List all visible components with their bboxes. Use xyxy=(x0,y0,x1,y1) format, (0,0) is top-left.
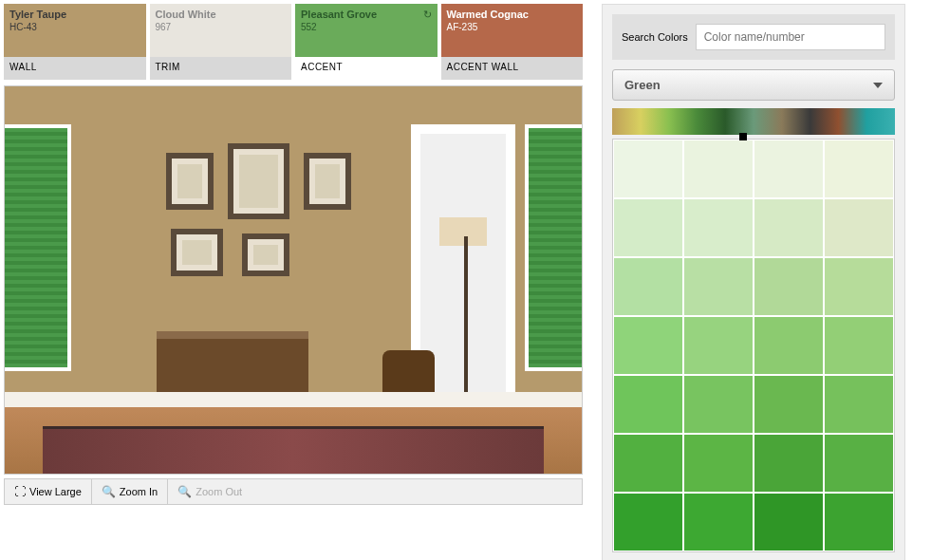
swatch-label: TRIM xyxy=(150,57,292,80)
swatch-label: ACCENT xyxy=(295,57,438,80)
palette-cell[interactable] xyxy=(683,198,754,257)
room-preview xyxy=(4,85,583,475)
zoom-in-button[interactable]: 🔍 Zoom In xyxy=(92,479,168,504)
swatch-name: Warmed Cognac xyxy=(447,8,578,21)
search-row: Search Colors xyxy=(612,14,895,60)
palette-cell[interactable] xyxy=(824,434,894,493)
picture-frame xyxy=(304,153,351,210)
palette-cell[interactable] xyxy=(824,257,894,316)
palette-cell[interactable] xyxy=(824,375,894,434)
palette-cell[interactable] xyxy=(683,316,754,375)
palette-cell[interactable] xyxy=(613,316,683,375)
palette-cell[interactable] xyxy=(824,198,894,257)
palette-cell[interactable] xyxy=(613,198,683,257)
image-controls: ⛶ View Large 🔍 Zoom In 🔍 Zoom Out xyxy=(4,478,583,505)
dropdown-selected: Green xyxy=(624,78,661,92)
swatch-color: Cloud White 967 xyxy=(150,4,292,57)
view-large-label: View Large xyxy=(29,486,82,497)
palette-cell[interactable] xyxy=(683,140,754,198)
palette-cell[interactable] xyxy=(754,375,824,434)
swatch-row: Tyler Taupe HC-43 WALL Cloud White 967 T… xyxy=(4,4,583,82)
swatch-code: AF-235 xyxy=(447,21,578,33)
view-large-button[interactable]: ⛶ View Large xyxy=(5,479,92,504)
left-panel: Tyler Taupe HC-43 WALL Cloud White 967 T… xyxy=(4,4,583,560)
swatch-accent[interactable]: Pleasant Grove 552 ↻ ACCENT xyxy=(295,4,438,82)
swatch-label: ACCENT WALL xyxy=(441,57,584,80)
baseboard xyxy=(5,392,582,407)
swatch-name: Cloud White xyxy=(156,8,287,21)
swatch-wall[interactable]: Tyler Taupe HC-43 WALL xyxy=(4,4,146,82)
swatch-color: Warmed Cognac AF-235 xyxy=(441,4,584,57)
palette-cell[interactable] xyxy=(683,375,754,434)
swatch-name: Pleasant Grove xyxy=(301,8,432,21)
color-family-dropdown[interactable]: Green xyxy=(612,69,895,101)
palette-cell[interactable] xyxy=(683,493,754,551)
palette-cell[interactable] xyxy=(613,375,683,434)
spectrum-marker[interactable] xyxy=(739,133,747,140)
palette-cell[interactable] xyxy=(754,316,824,375)
reset-icon[interactable]: ↻ xyxy=(423,8,432,21)
palette-cell[interactable] xyxy=(754,493,824,551)
zoom-in-icon: 🔍 xyxy=(102,485,116,498)
palette-cell[interactable] xyxy=(683,434,754,493)
picture-frame xyxy=(171,229,223,276)
zoom-out-label: Zoom Out xyxy=(196,486,242,497)
lamp-shade xyxy=(439,217,487,246)
shutter-right xyxy=(525,124,583,371)
zoom-out-icon: 🔍 xyxy=(177,485,192,498)
palette-cell[interactable] xyxy=(754,257,824,316)
swatch-code: HC-43 xyxy=(9,21,140,33)
search-input[interactable] xyxy=(696,24,885,50)
palette-cell[interactable] xyxy=(683,257,754,316)
color-palette xyxy=(612,139,895,552)
palette-cell[interactable] xyxy=(824,316,894,375)
color-spectrum[interactable] xyxy=(612,108,895,135)
swatch-accent-wall[interactable]: Warmed Cognac AF-235 ACCENT WALL xyxy=(441,4,584,82)
palette-cell[interactable] xyxy=(613,493,683,551)
expand-icon: ⛶ xyxy=(14,485,26,498)
swatch-label: WALL xyxy=(4,57,146,80)
right-panel: Search Colors Green xyxy=(602,4,905,560)
palette-cell[interactable] xyxy=(613,140,683,198)
swatch-name: Tyler Taupe xyxy=(9,8,140,21)
rug xyxy=(43,426,544,474)
palette-cell[interactable] xyxy=(754,198,824,257)
lamp-pole xyxy=(464,236,468,407)
swatch-trim[interactable]: Cloud White 967 TRIM xyxy=(150,4,292,82)
swatch-code: 967 xyxy=(156,21,287,33)
palette-cell[interactable] xyxy=(613,434,683,493)
zoom-out-button: 🔍 Zoom Out xyxy=(168,479,251,504)
swatch-color: Pleasant Grove 552 ↻ xyxy=(295,4,438,57)
palette-cell[interactable] xyxy=(613,257,683,316)
swatch-code: 552 xyxy=(301,21,432,33)
palette-cell[interactable] xyxy=(824,493,894,551)
picture-frame xyxy=(166,153,214,210)
picture-frame xyxy=(228,143,289,219)
swatch-color: Tyler Taupe HC-43 xyxy=(4,4,146,57)
palette-cell[interactable] xyxy=(754,140,824,198)
search-label: Search Colors xyxy=(622,31,688,43)
picture-frame xyxy=(242,233,289,276)
palette-cell[interactable] xyxy=(754,434,824,493)
chevron-down-icon xyxy=(873,83,883,88)
shutter-left xyxy=(4,124,71,371)
palette-cell[interactable] xyxy=(824,140,894,198)
zoom-in-label: Zoom In xyxy=(120,486,158,497)
